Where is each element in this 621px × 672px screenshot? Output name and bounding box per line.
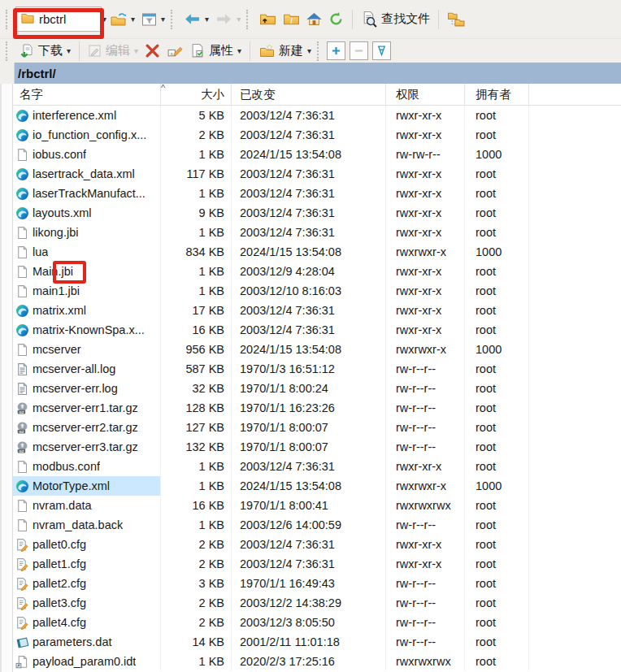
file-name-cell[interactable]: matrix-KnownSpa.x... (13, 320, 161, 340)
file-name-cell[interactable]: mcserver-err.log (13, 379, 161, 398)
delete-button[interactable] (141, 41, 163, 61)
table-row[interactable]: modbus.conf1 KB2003/12/4 7:36:31rwxr-xr-… (13, 457, 621, 476)
table-row[interactable]: lua834 KB2024/1/15 13:54:08rwxrwxr-x1000 (13, 242, 621, 262)
file-name-cell[interactable]: main1.jbi (13, 281, 161, 301)
table-row[interactable]: mcserver-err.log32 KB1970/1/1 8:00:24rw-… (13, 379, 621, 398)
table-row[interactable]: mcserver956 KB2024/1/15 13:54:08rwxrwxr-… (13, 340, 621, 359)
table-row[interactable]: nvram_data.back1 KB2003/12/6 14:00:59rw-… (13, 515, 621, 535)
file-name-cell[interactable]: mcserver (13, 340, 161, 359)
rename-button[interactable]: x (163, 41, 187, 61)
table-row[interactable]: pallet0.cfg2 KB2003/12/4 7:36:31rwxr-xr-… (13, 535, 621, 554)
table-row[interactable]: io_function_config.x...2 KB2003/12/4 7:3… (13, 125, 621, 145)
table-row[interactable]: likong.jbi1 KB2003/12/4 7:36:31rwxr-xr-x… (13, 223, 621, 242)
home-directory-button[interactable] (303, 10, 325, 28)
column-header-permissions[interactable]: 权限 (386, 84, 465, 105)
toolbar-grip[interactable] (246, 10, 252, 29)
table-row[interactable]: Main.jbi1 KB2003/12/9 4:28:04rwxr-xr-xro… (13, 262, 621, 281)
table-row[interactable]: layouts.xml9 KB2003/12/4 7:36:31rwxr-xr-… (13, 203, 621, 223)
file-name-cell[interactable]: payload_param0.idt (13, 652, 161, 671)
back-button[interactable]: ▾ (180, 11, 212, 28)
file-icon-dat (15, 635, 29, 649)
panel-splitter[interactable] (0, 84, 13, 672)
file-name-cell[interactable]: iobus.conf (13, 145, 161, 164)
table-row[interactable]: GZmcserver-err2.tar.gz127 KB1970/1/1 8:0… (13, 418, 621, 437)
file-permissions: rw-rw-r-- (386, 145, 465, 164)
toolbar-grip[interactable] (6, 41, 11, 61)
table-row[interactable]: lasertrack_data.xml117 KB2003/12/4 7:36:… (13, 164, 621, 184)
file-name-cell[interactable]: io_function_config.x... (13, 125, 161, 145)
column-header-owner[interactable]: 拥有者 (465, 84, 529, 105)
toolbar-grip[interactable] (6, 10, 11, 29)
column-header-changed[interactable]: 已改变 (232, 84, 386, 105)
file-name-cell[interactable]: lasertrack_data.xml (13, 164, 161, 184)
file-owner: root (465, 379, 529, 398)
file-name-cell[interactable]: Main.jbi (13, 262, 161, 281)
file-name-cell[interactable]: nvram_data.back (13, 515, 161, 535)
table-row[interactable]: pallet4.cfg2 KB2003/12/3 8:05:50rw-r--r-… (13, 613, 621, 632)
open-directory-button[interactable]: ▾ (106, 10, 138, 29)
download-button[interactable]: 下载 ▾ (15, 41, 74, 61)
file-name-cell[interactable]: pallet4.cfg (13, 613, 161, 632)
file-name-cell[interactable]: pallet0.cfg (13, 535, 161, 554)
file-icon-edge (15, 206, 29, 220)
toolbar-grip[interactable] (171, 10, 176, 29)
file-owner: root (465, 613, 529, 632)
file-name-cell[interactable]: layouts.xml (13, 203, 161, 223)
new-button[interactable]: 新建 ▾ (255, 41, 315, 61)
table-row[interactable]: parameters.dat14 KB2001/2/11 11:01:18rw-… (13, 632, 621, 652)
table-row[interactable]: GZmcserver-err3.tar.gz132 KB1970/1/1 8:0… (13, 437, 621, 457)
table-row[interactable]: pallet3.cfg2 KB2003/12/2 14:38:29rw-r--r… (13, 593, 621, 613)
file-name-cell[interactable]: pallet3.cfg (13, 593, 161, 613)
download-dropdown[interactable]: ▾ (67, 46, 71, 55)
open-directory-dropdown[interactable]: ▾ (131, 15, 135, 24)
refresh-button[interactable] (325, 9, 347, 29)
synchronize-browsing-button[interactable] (444, 9, 468, 29)
table-row[interactable]: interference.xml5 KB2003/12/4 7:36:31rwx… (13, 106, 621, 125)
table-row[interactable]: main1.jbi1 KB2003/12/10 8:16:03rwxr-xr-x… (13, 281, 621, 301)
properties-dropdown[interactable]: ▾ (237, 46, 241, 55)
forward-button[interactable]: ▾ (212, 11, 244, 28)
file-name-cell[interactable]: likong.jbi (13, 223, 161, 242)
file-name-cell[interactable]: lua (13, 242, 161, 262)
file-name-cell[interactable]: matrix.xml (13, 301, 161, 320)
table-row[interactable]: nvram.data16 KB1970/1/1 8:00:41rwxrwxrwx… (13, 496, 621, 515)
root-directory-button[interactable]: / (280, 10, 303, 28)
path-bar[interactable]: /rbctrl/ (15, 63, 621, 84)
file-name-cell[interactable]: pallet2.cfg (13, 574, 161, 593)
filter-button[interactable]: ▾ (138, 10, 168, 29)
table-row[interactable]: GZmcserver-err1.tar.gz128 KB1970/1/1 16:… (13, 398, 621, 418)
toolbar-grip[interactable] (317, 41, 323, 61)
add-button[interactable] (327, 41, 345, 60)
table-row[interactable]: pallet1.cfg2 KB2003/12/4 7:36:31rwxr-xr-… (13, 554, 621, 574)
table-row[interactable]: laserTrackManufact...1 KB2003/12/4 7:36:… (13, 184, 621, 203)
file-name-cell[interactable]: modbus.conf (13, 457, 161, 476)
file-name-cell[interactable]: interference.xml (13, 106, 161, 125)
back-dropdown[interactable]: ▾ (205, 15, 209, 24)
table-row[interactable]: iobus.conf1 KB2024/1/15 13:54:08rw-rw-r-… (13, 145, 621, 164)
table-row[interactable]: payload_param0.idt1 KB2020/2/3 17:25:16r… (13, 652, 621, 671)
file-name-cell[interactable]: MotorType.xml (13, 476, 161, 496)
file-name-cell[interactable]: mcserver-all.log (13, 359, 161, 379)
table-row[interactable]: matrix.xml17 KB2003/12/4 7:36:31rwxr-xr-… (13, 301, 621, 320)
parent-directory-button[interactable] (256, 10, 280, 28)
column-header-name[interactable]: 名字 (13, 84, 161, 105)
column-header-size[interactable]: 大小 (161, 84, 232, 105)
file-name-cell[interactable]: pallet1.cfg (13, 554, 161, 574)
file-name-cell[interactable]: GZmcserver-err1.tar.gz (13, 398, 161, 418)
filter-dropdown[interactable]: ▾ (161, 15, 165, 24)
file-name-cell[interactable]: nvram.data (13, 496, 161, 515)
file-name-cell[interactable]: laserTrackManufact... (13, 184, 161, 203)
file-changed: 2024/1/15 13:54:08 (232, 242, 386, 262)
find-files-button[interactable]: 查找文件 (358, 8, 433, 30)
address-combo[interactable]: rbctrl (15, 7, 102, 32)
file-name-cell[interactable]: parameters.dat (13, 632, 161, 652)
invert-selection-button[interactable] (372, 41, 391, 60)
table-row[interactable]: pallet2.cfg3 KB1970/1/1 16:49:43rw-r--r-… (13, 574, 621, 593)
new-dropdown[interactable]: ▾ (307, 46, 311, 55)
table-row[interactable]: MotorType.xml1 KB2024/1/15 13:54:08rwxrw… (13, 476, 621, 496)
table-row[interactable]: mcserver-all.log587 KB1970/1/3 16:51:12r… (13, 359, 621, 379)
file-name-cell[interactable]: GZmcserver-err3.tar.gz (13, 437, 161, 457)
table-row[interactable]: matrix-KnownSpa.x...16 KB2003/12/4 7:36:… (13, 320, 621, 340)
properties-button[interactable]: 属性 ▾ (187, 41, 245, 61)
file-name-cell[interactable]: GZmcserver-err2.tar.gz (13, 418, 161, 437)
